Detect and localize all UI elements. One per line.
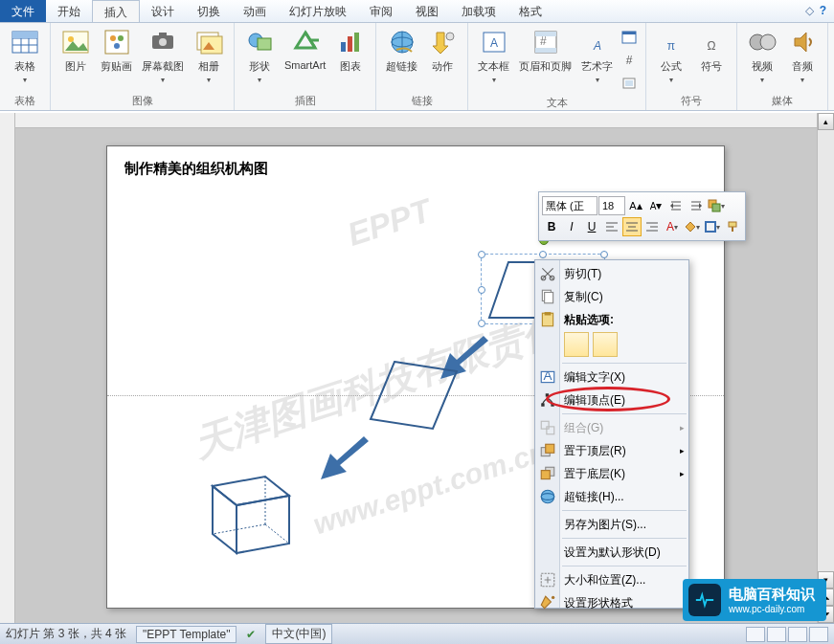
status-bar: 幻灯片 第 3 张，共 4 张 "EPPT Template" ✔ 中文(中国) [0, 623, 834, 644]
slideshow-view-button[interactable] [809, 627, 828, 642]
resize-handle[interactable] [539, 251, 547, 258]
audio-button[interactable]: 音频▾ [783, 25, 822, 86]
screenshot-button[interactable]: 屏幕截图▾ [138, 25, 188, 86]
font-color-button[interactable]: A▾ [663, 217, 682, 236]
ctx-format-shape[interactable]: 设置形状格式 [535, 591, 688, 614]
hyperlink-button[interactable]: 超链接 [382, 25, 421, 76]
ctx-cut[interactable]: 剪切(T) [535, 262, 688, 285]
paste-opt-1[interactable] [564, 332, 589, 357]
ctx-size-position[interactable]: 大小和位置(Z)... [535, 568, 688, 591]
arrange-button[interactable]: ▾ [707, 196, 726, 215]
tab-transition[interactable]: 切换 [186, 0, 232, 22]
svg-point-9 [110, 35, 116, 41]
equation-button[interactable]: π 公式▾ [652, 25, 690, 86]
action-button[interactable]: 动作 [423, 25, 462, 76]
tab-addin[interactable]: 加载项 [450, 0, 507, 22]
ctx-save-as-picture[interactable]: 另存为图片(S)... [535, 513, 688, 536]
parallelogram-shape[interactable] [366, 357, 462, 433]
shapes-button[interactable]: 形状▾ [240, 25, 279, 86]
ctx-bring-front[interactable]: 置于顶层(R) ▸ [535, 439, 688, 462]
underline-button[interactable]: U [582, 217, 601, 236]
align-left-button[interactable] [602, 217, 621, 236]
template-name[interactable]: "EPPT Template" [136, 626, 237, 643]
minimize-ribbon-icon[interactable]: ◇ [805, 4, 814, 18]
ctx-hyperlink[interactable]: 超链接(H)... [535, 485, 688, 508]
shrink-font-button[interactable]: A▾ [646, 196, 665, 215]
object-button[interactable] [619, 73, 640, 94]
group-table: 表格 ▾ 表格 [0, 23, 51, 110]
video-button[interactable]: 视频▾ [743, 25, 781, 86]
decrease-indent-button[interactable] [666, 196, 686, 215]
smartart-button[interactable]: SmartArt [281, 25, 329, 73]
sorter-view-button[interactable] [767, 627, 786, 642]
normal-view-button[interactable] [746, 627, 765, 642]
ctx-size-pos-label: 大小和位置(Z)... [564, 572, 645, 588]
resize-handle[interactable] [478, 286, 485, 294]
italic-button[interactable]: I [562, 217, 581, 236]
headerfooter-button[interactable]: # 页眉和页脚 [515, 25, 575, 76]
language-button[interactable]: 中文(中国) [265, 624, 332, 644]
shape-fill-button[interactable]: ▾ [683, 217, 702, 236]
ruler-vertical[interactable] [0, 113, 15, 623]
scroll-up-button[interactable]: ▴ [818, 113, 834, 130]
slide-number-button[interactable]: # [619, 50, 640, 71]
resize-handle[interactable] [478, 251, 485, 258]
align-center-button[interactable] [622, 217, 642, 236]
svg-rect-14 [159, 33, 167, 36]
shape-outline-button[interactable]: ▾ [703, 217, 722, 236]
ctx-edit-points-label: 编辑顶点(E) [564, 392, 625, 409]
ctx-copy[interactable]: 复制(C) [535, 285, 688, 308]
tab-design[interactable]: 设计 [140, 0, 186, 22]
group-link: 超链接 动作 链接 [376, 23, 468, 110]
textbox-button[interactable]: A 文本框▾ [474, 25, 513, 86]
group-image: 图片 剪贴画 屏幕截图▾ 相册▾ 图像 [51, 23, 235, 110]
tab-format[interactable]: 格式 [507, 0, 553, 22]
reading-view-button[interactable] [788, 627, 807, 642]
grow-font-button[interactable]: A▴ [626, 196, 645, 215]
clipart-label: 剪贴画 [101, 59, 132, 74]
format-painter-button[interactable] [723, 217, 742, 236]
svg-rect-19 [341, 42, 346, 52]
picture-button[interactable]: 图片 [56, 25, 95, 76]
symbol-button[interactable]: Ω 符号 [692, 25, 731, 76]
chart-button[interactable]: 图表 [331, 25, 370, 76]
resize-handle[interactable] [478, 320, 485, 327]
album-button[interactable]: 相册▾ [190, 25, 228, 86]
date-time-button[interactable] [619, 27, 640, 48]
ctx-default-shape[interactable]: 设置为默认形状(D) [535, 541, 688, 564]
ctx-edit-text[interactable]: A 编辑文字(X) [535, 366, 688, 389]
vertical-scrollbar[interactable]: ▴ ▾ ⏶ ⏷ [817, 113, 834, 623]
align-right-button[interactable] [642, 217, 662, 236]
album-label: 相册 [198, 59, 219, 74]
font-combo[interactable] [542, 196, 597, 215]
clipart-button[interactable]: 剪贴画 [97, 25, 136, 76]
ctx-paste-options-head: 粘贴选项: [535, 308, 688, 330]
tab-review[interactable]: 审阅 [358, 0, 404, 22]
ruler-horizontal[interactable] [15, 113, 817, 128]
wordart-button[interactable]: A 艺术字▾ [577, 25, 617, 86]
bold-button[interactable]: B [542, 217, 561, 236]
context-menu: 剪切(T) 复制(C) 粘贴选项: A 编辑文字(X) 编辑顶点(E) 组合(G… [534, 259, 689, 609]
increase-indent-button[interactable] [687, 196, 706, 215]
table-button[interactable]: 表格 ▾ [6, 25, 44, 86]
svg-rect-55 [729, 222, 736, 227]
spellcheck-icon[interactable]: ✔ [246, 628, 256, 641]
ctx-edit-points[interactable]: 编辑顶点(E) [535, 389, 688, 411]
cube-shape[interactable] [198, 462, 304, 558]
resize-handle[interactable] [600, 251, 608, 258]
tab-insert[interactable]: 插入 [92, 0, 140, 22]
tab-animation[interactable]: 动画 [232, 0, 278, 22]
tab-slideshow[interactable]: 幻灯片放映 [278, 0, 358, 22]
mini-toolbar: A▴ A▾ ▾ B I U A▾ ▾ ▾ [538, 191, 746, 241]
group-illustration-label: 插图 [240, 92, 370, 110]
chevron-down-icon: ▾ [23, 76, 27, 84]
arrow-shape[interactable] [313, 433, 371, 481]
font-size-combo[interactable] [598, 196, 625, 215]
svg-text:#: # [540, 34, 547, 48]
paste-opt-2[interactable] [593, 332, 618, 357]
tab-file[interactable]: 文件 [0, 0, 46, 22]
tab-view[interactable]: 视图 [404, 0, 450, 22]
ctx-send-back[interactable]: 置于底层(K) ▸ [535, 462, 688, 485]
help-icon[interactable]: ? [820, 4, 826, 18]
tab-home[interactable]: 开始 [46, 0, 92, 22]
